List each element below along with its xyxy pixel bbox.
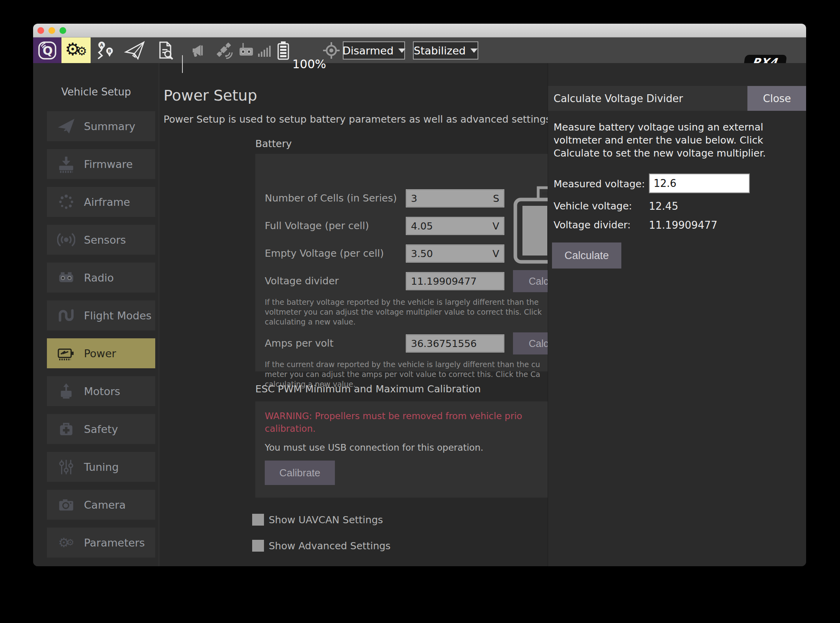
analyze-tab[interactable] [150, 37, 180, 63]
amps-per-volt-label: Amps per volt [265, 338, 334, 349]
calculate-voltage-divider-panel: Calculate Voltage Divider Close Measure … [548, 63, 806, 566]
close-button[interactable]: Close [747, 86, 806, 111]
parameters-gears-icon: ⚙⚙ [57, 533, 75, 552]
measured-voltage-label: Measured voltage: [554, 178, 645, 190]
sidebar-item-label: Tuning [84, 461, 119, 473]
rc-rssi-indicator[interactable] [236, 37, 256, 63]
fly-tab[interactable] [120, 37, 150, 63]
paper-plane-icon [57, 117, 75, 135]
sidebar-item-airframe[interactable]: Airframe [47, 187, 155, 217]
calculate-button[interactable]: Calculate [552, 242, 621, 269]
log-document-icon [155, 40, 175, 61]
close-traffic-light[interactable] [37, 27, 44, 34]
firmware-download-icon [57, 155, 75, 173]
sidebar-item-label: Firmware [84, 158, 133, 170]
vehicle-voltage-label: Vehicle voltage: [554, 200, 632, 212]
cells-unit: S [493, 193, 499, 204]
overlay-desc-line-3: Calculate to set the new voltage multipl… [554, 147, 766, 160]
page-title: Power Setup [164, 87, 257, 104]
paper-plane-icon [124, 40, 145, 61]
flight-mode-label: Stabilized [414, 45, 466, 57]
full-voltage-value: 4.05 [411, 220, 492, 232]
overlay-description: Measure battery voltage using an externa… [554, 121, 766, 160]
full-voltage-unit: V [492, 220, 499, 232]
show-uavcan-checkbox[interactable] [252, 514, 264, 526]
full-voltage-field[interactable]: 4.05 V [406, 217, 504, 235]
camera-icon [57, 496, 75, 514]
chevron-down-icon [398, 48, 405, 53]
sidebar-item-label: Camera [84, 499, 126, 511]
cells-field[interactable]: 3 S [406, 189, 504, 207]
sidebar-item-label: Parameters [84, 537, 145, 549]
amps-per-volt-field[interactable]: 36.36751556 [406, 334, 504, 353]
empty-voltage-value: 3.50 [411, 248, 492, 259]
amps-help-line-2: meter you can adjust the amps per volt v… [265, 369, 540, 379]
sidebar-item-flight-modes[interactable]: Flight Modes [47, 300, 155, 330]
svg-text:A: A [100, 43, 104, 48]
tuning-sliders-icon [57, 458, 75, 476]
overlay-desc-line-2: voltmeter and enter the value below. Cli… [554, 134, 766, 147]
sidebar-item-label: Flight Modes [84, 310, 152, 322]
amps-per-volt-value: 36.36751556 [411, 338, 504, 349]
sidebar-item-camera[interactable]: Camera [47, 490, 155, 520]
main-toolbar: Q ⚙⚙ A B [33, 37, 806, 63]
overlay-title: Calculate Voltage Divider [554, 86, 683, 111]
flight-modes-wave-icon [57, 306, 75, 325]
sidebar-item-parameters[interactable]: ⚙⚙ Parameters [47, 528, 155, 558]
battery-percentage: 100% [292, 51, 326, 77]
sidebar-item-firmware[interactable]: Firmware [47, 149, 155, 179]
vehicle-setup-tab[interactable]: ⚙⚙ [61, 37, 91, 63]
macos-titlebar [33, 24, 806, 37]
minimize-traffic-light[interactable] [48, 27, 55, 34]
show-uavcan-label: Show UAVCAN Settings [269, 514, 383, 526]
sidebar-item-safety[interactable]: Safety [47, 414, 155, 444]
sidebar-item-radio[interactable]: Radio [47, 263, 155, 293]
sidebar-item-label: Sensors [84, 234, 126, 246]
armed-state-label: Disarmed [342, 45, 394, 57]
esc-section-title: ESC PWM Minimum and Maximum Calibration [255, 383, 481, 395]
sidebar-item-summary[interactable]: Summary [47, 111, 155, 141]
gps-lock-indicator[interactable] [322, 37, 341, 63]
calibrate-button[interactable]: Calibrate [265, 461, 335, 485]
vehicle-voltage-value: 12.45 [649, 200, 678, 212]
sensors-waves-icon [57, 231, 75, 249]
show-advanced-label: Show Advanced Settings [269, 540, 390, 552]
armed-state-dropdown[interactable]: Disarmed [343, 41, 405, 60]
cells-label: Number of Cells (in Series) [265, 192, 397, 204]
show-advanced-checkbox[interactable] [252, 540, 264, 552]
screen: Q ⚙⚙ A B [0, 0, 840, 623]
voltage-divider-field[interactable]: 11.19909477 [406, 272, 504, 290]
voltage-help-line-2: voltmeter you can adjust the voltage mul… [265, 307, 542, 317]
vehicle-messages-indicator[interactable] [188, 37, 209, 63]
empty-voltage-label: Empty Voltage (per cell) [265, 248, 384, 259]
sidebar-item-tuning[interactable]: Tuning [47, 452, 155, 482]
sidebar-item-label: Motors [84, 385, 120, 397]
qgc-logo-button[interactable]: Q [33, 37, 61, 63]
voltage-help-line-3: calculating a new value. [265, 317, 356, 327]
zoom-traffic-light[interactable] [59, 27, 66, 34]
sidebar-item-sensors[interactable]: Sensors [47, 225, 155, 255]
qgc-logo-icon: Q [37, 40, 58, 61]
battery-status-indicator[interactable] [276, 37, 291, 63]
toolbar-divider [182, 55, 183, 73]
sidebar-item-label: Radio [84, 272, 114, 284]
voltage-divider-readout-label: Voltage divider: [554, 219, 631, 231]
radio-transmitter-icon [57, 269, 75, 287]
sidebar-item-motors[interactable]: Motors [47, 376, 155, 406]
svg-text:B: B [108, 48, 111, 54]
gps-crosshair-icon [322, 41, 340, 60]
empty-voltage-field[interactable]: 3.50 V [406, 244, 504, 263]
esc-warning-line-1: WARNING: Propellers must be removed from… [265, 411, 522, 421]
measured-voltage-input[interactable] [649, 173, 750, 193]
plan-tab[interactable]: A B [91, 37, 120, 63]
satellite-icon [214, 41, 233, 60]
power-battery-icon [57, 344, 75, 362]
sidebar-item-power[interactable]: Power [47, 338, 155, 368]
flight-mode-dropdown[interactable]: Stabilized [413, 41, 478, 60]
sidebar-item-label: Airframe [84, 196, 130, 208]
megaphone-icon [190, 41, 208, 60]
battery-section-label: Battery [255, 138, 292, 149]
gps-status-indicator[interactable] [214, 37, 234, 63]
safety-case-icon [57, 420, 75, 438]
signal-bars-icon [258, 43, 271, 58]
